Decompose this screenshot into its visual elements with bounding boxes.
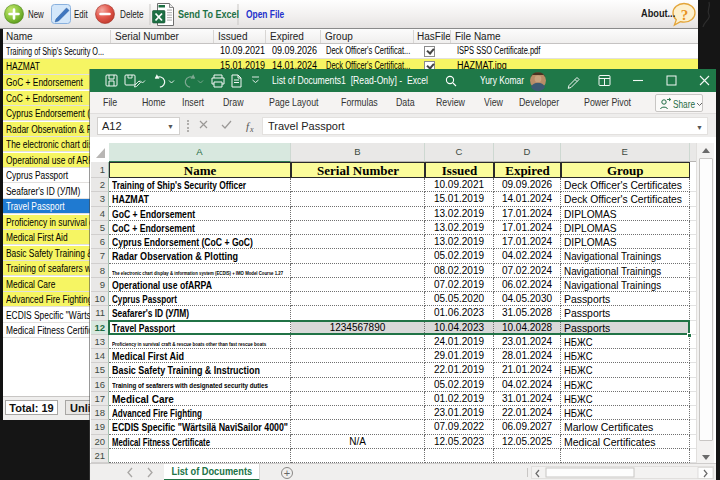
- svg-text:x: x: [249, 125, 254, 134]
- svg-text:Yury Komar: Yury Komar: [480, 75, 525, 86]
- svg-text:Share: Share: [673, 98, 695, 110]
- svg-text:?: ?: [681, 7, 689, 23]
- svg-text:List of Documents1 [Read-Only: List of Documents1 [Read-Only] - Excel: [272, 75, 428, 86]
